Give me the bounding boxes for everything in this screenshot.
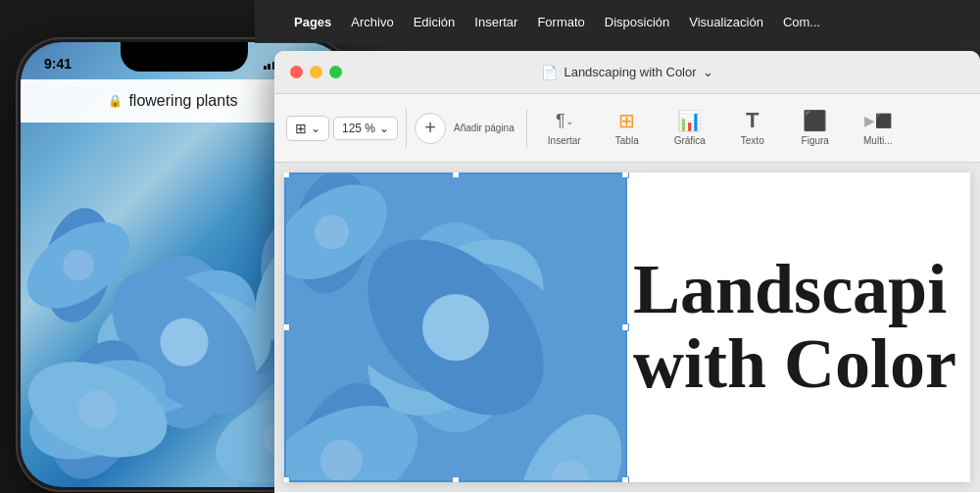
- toolbar-btn-figura[interactable]: ⬛ Figura: [786, 104, 845, 152]
- title-line1: Landscapi: [633, 253, 956, 327]
- menu-formato[interactable]: Formato: [537, 15, 584, 29]
- zoom-chevron: ⌄: [379, 122, 389, 135]
- table-icon: ⊞: [613, 110, 641, 131]
- menu-archivo[interactable]: Archivo: [351, 15, 393, 29]
- lock-icon: 🔒: [108, 94, 122, 108]
- toolbar-separator-2: [526, 109, 527, 148]
- menu-visualizacion[interactable]: Visualización: [689, 15, 763, 29]
- svg-point-27: [320, 440, 363, 482]
- insertar-icon: ¶ ⌄: [551, 110, 578, 131]
- doc-big-title: Landscapi with Color: [633, 253, 956, 401]
- zoom-button[interactable]: 125 % ⌄: [333, 117, 398, 140]
- text-icon: T: [739, 110, 766, 131]
- tabla-label: Tabla: [615, 135, 639, 146]
- toolbar-btn-tabla[interactable]: ⊞ Tabla: [598, 104, 657, 152]
- title-line2: with Color: [633, 327, 956, 402]
- paragraph-icon: ¶: [556, 111, 565, 131]
- pages-window: 📄 Landscaping with Color ⌄ ⊞ ⌄ 125 % ⌄ +…: [274, 51, 980, 493]
- document-area: Landscapi with Color: [274, 163, 980, 492]
- window-title: 📄 Landscaping with Color ⌄: [541, 65, 712, 80]
- toolbar-btn-multi[interactable]: ▶⬛ Multi...: [849, 104, 907, 152]
- svg-point-15: [63, 250, 93, 280]
- close-button[interactable]: [290, 66, 303, 78]
- view-icon: ⊞: [295, 121, 307, 136]
- add-page-button[interactable]: +: [415, 113, 446, 144]
- svg-point-4: [160, 319, 208, 367]
- toolbar-btn-grafica[interactable]: 📊 Gráfica: [661, 104, 719, 152]
- traffic-lights: [290, 66, 342, 78]
- status-time: 9:41: [44, 56, 72, 72]
- toolbar-btn-insertar[interactable]: ¶ ⌄ Insertar: [535, 104, 594, 152]
- toolbar: ⊞ ⌄ 125 % ⌄ + Añadir página ¶ ⌄ Insertar…: [274, 94, 980, 163]
- window-titlebar: 📄 Landscaping with Color ⌄: [274, 51, 980, 94]
- toolbar-btn-texto[interactable]: T Texto: [723, 104, 782, 152]
- toolbar-btn-anadir-pagina[interactable]: Añadir página: [450, 123, 518, 133]
- view-button[interactable]: ⊞ ⌄: [286, 116, 329, 141]
- texto-label: Texto: [741, 135, 764, 146]
- menu-pages[interactable]: Pages: [294, 15, 331, 29]
- zoom-value: 125 %: [342, 122, 375, 135]
- svg-point-24: [422, 294, 489, 361]
- menu-com[interactable]: Com...: [783, 15, 820, 29]
- address-text: flowering plants: [128, 92, 237, 110]
- shape-icon: ⬛: [802, 110, 829, 131]
- toolbar-separator-1: [406, 109, 407, 148]
- fullscreen-button[interactable]: [329, 66, 342, 78]
- svg-point-8: [78, 390, 117, 428]
- doc-title-area: Landscapi with Color: [613, 173, 970, 482]
- insertar-label: Insertar: [548, 135, 581, 146]
- insertar-chevron: ⌄: [565, 116, 573, 126]
- view-chevron: ⌄: [311, 122, 320, 135]
- doc-flower-image[interactable]: [284, 173, 627, 482]
- svg-point-33: [315, 215, 349, 249]
- menu-bar: Pages Archivo Edición Insertar Formato D…: [255, 0, 980, 43]
- chart-icon: 📊: [676, 110, 704, 131]
- anadir-pagina-label: Añadir página: [454, 123, 514, 133]
- page-canvas: Landscapi with Color: [274, 163, 980, 492]
- address-bar-content: 🔒 flowering plants: [36, 92, 310, 110]
- menu-insertar[interactable]: Insertar: [474, 15, 517, 29]
- figura-label: Figura: [802, 135, 829, 146]
- page-white: Landscapi with Color: [284, 173, 970, 482]
- menu-disposicion[interactable]: Disposición: [605, 15, 669, 29]
- minimize-button[interactable]: [310, 66, 322, 78]
- multi-label: Multi...: [863, 135, 892, 146]
- iphone-notch: [121, 42, 248, 72]
- window-title-chevron: ⌄: [703, 65, 713, 79]
- grafica-label: Gráfica: [674, 135, 706, 146]
- document-icon: 📄: [541, 65, 558, 80]
- menu-edicion[interactable]: Edición: [414, 15, 456, 29]
- media-icon: ▶⬛: [864, 110, 892, 131]
- window-title-text: Landscaping with Color: [564, 65, 696, 79]
